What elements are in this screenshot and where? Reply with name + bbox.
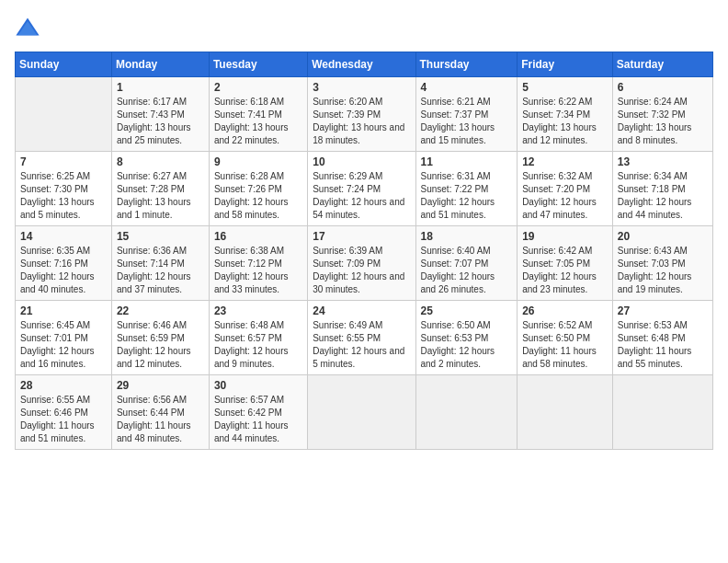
- sunset-label: Sunset: 7:24 PM: [313, 184, 381, 194]
- sunrise-label: Sunrise: 6:42 AM: [522, 246, 592, 256]
- daylight-label: Daylight: 12 hours and 5 minutes.: [313, 346, 404, 369]
- day-number: 28: [20, 379, 107, 392]
- logo-icon: [15, 15, 40, 40]
- sunrise-label: Sunrise: 6:24 AM: [618, 97, 688, 107]
- day-info: Sunrise: 6:32 AM Sunset: 7:20 PM Dayligh…: [522, 170, 608, 222]
- sunrise-label: Sunrise: 6:17 AM: [117, 97, 187, 107]
- sunrise-label: Sunrise: 6:22 AM: [522, 97, 592, 107]
- day-info: Sunrise: 6:42 AM Sunset: 7:05 PM Dayligh…: [522, 245, 608, 296]
- daylight-label: Daylight: 12 hours and 33 minutes.: [214, 271, 289, 294]
- day-number: 1: [117, 81, 204, 94]
- calendar-cell: 4 Sunrise: 6:21 AM Sunset: 7:37 PM Dayli…: [415, 77, 518, 152]
- sunset-label: Sunset: 7:28 PM: [117, 184, 185, 194]
- sunrise-label: Sunrise: 6:43 AM: [618, 246, 688, 256]
- calendar-cell: 24 Sunrise: 6:49 AM Sunset: 6:55 PM Dayl…: [308, 301, 415, 375]
- calendar-cell: [612, 375, 712, 450]
- day-number: 5: [522, 81, 608, 94]
- calendar-cell: 20 Sunrise: 6:43 AM Sunset: 7:03 PM Dayl…: [612, 226, 712, 301]
- day-info: Sunrise: 6:45 AM Sunset: 7:01 PM Dayligh…: [20, 319, 107, 371]
- day-info: Sunrise: 6:27 AM Sunset: 7:28 PM Dayligh…: [117, 170, 204, 222]
- daylight-label: Daylight: 13 hours and 15 minutes.: [421, 122, 495, 145]
- calendar-cell: 16 Sunrise: 6:38 AM Sunset: 7:12 PM Dayl…: [209, 226, 307, 301]
- day-number: 23: [214, 304, 302, 317]
- day-number: 20: [618, 230, 708, 243]
- calendar-cell: 14 Sunrise: 6:35 AM Sunset: 7:16 PM Dayl…: [16, 226, 112, 301]
- sunrise-label: Sunrise: 6:27 AM: [117, 171, 187, 181]
- calendar-cell: 18 Sunrise: 6:40 AM Sunset: 7:07 PM Dayl…: [415, 226, 518, 301]
- day-number: 27: [618, 304, 708, 317]
- day-info: Sunrise: 6:35 AM Sunset: 7:16 PM Dayligh…: [20, 245, 107, 296]
- sunrise-label: Sunrise: 6:40 AM: [421, 246, 491, 256]
- daylight-label: Daylight: 13 hours and 18 minutes.: [313, 122, 404, 145]
- calendar-cell: 6 Sunrise: 6:24 AM Sunset: 7:32 PM Dayli…: [612, 77, 712, 152]
- daylight-label: Daylight: 11 hours and 44 minutes.: [214, 420, 289, 443]
- day-header-sunday: Sunday: [16, 52, 112, 77]
- daylight-label: Daylight: 12 hours and 44 minutes.: [618, 197, 692, 220]
- calendar-cell: 15 Sunrise: 6:36 AM Sunset: 7:14 PM Dayl…: [111, 226, 209, 301]
- calendar-cell: 5 Sunrise: 6:22 AM Sunset: 7:34 PM Dayli…: [518, 77, 613, 152]
- calendar-cell: [308, 375, 415, 450]
- day-info: Sunrise: 6:56 AM Sunset: 6:44 PM Dayligh…: [117, 394, 204, 445]
- daylight-label: Daylight: 11 hours and 51 minutes.: [20, 420, 95, 443]
- day-info: Sunrise: 6:34 AM Sunset: 7:18 PM Dayligh…: [618, 170, 708, 222]
- calendar-cell: 29 Sunrise: 6:56 AM Sunset: 6:44 PM Dayl…: [111, 375, 209, 450]
- sunrise-label: Sunrise: 6:20 AM: [313, 97, 382, 107]
- sunset-label: Sunset: 7:30 PM: [20, 184, 88, 194]
- day-number: 21: [20, 304, 107, 317]
- sunset-label: Sunset: 7:32 PM: [618, 109, 686, 120]
- day-number: 3: [313, 81, 410, 94]
- day-info: Sunrise: 6:39 AM Sunset: 7:09 PM Dayligh…: [313, 245, 410, 296]
- day-number: 29: [117, 379, 204, 392]
- day-header-saturday: Saturday: [612, 52, 712, 77]
- calendar-cell: 11 Sunrise: 6:31 AM Sunset: 7:22 PM Dayl…: [415, 152, 518, 226]
- daylight-label: Daylight: 13 hours and 12 minutes.: [522, 122, 597, 145]
- calendar-cell: [518, 375, 613, 450]
- daylight-label: Daylight: 12 hours and 47 minutes.: [522, 197, 597, 220]
- sunrise-label: Sunrise: 6:57 AM: [214, 395, 284, 405]
- sunset-label: Sunset: 6:48 PM: [618, 333, 686, 343]
- calendar-cell: 26 Sunrise: 6:52 AM Sunset: 6:50 PM Dayl…: [518, 301, 613, 375]
- day-number: 6: [618, 81, 708, 94]
- calendar-table: SundayMondayTuesdayWednesdayThursdayFrid…: [15, 52, 713, 450]
- day-info: Sunrise: 6:43 AM Sunset: 7:03 PM Dayligh…: [618, 245, 708, 296]
- sunrise-label: Sunrise: 6:35 AM: [20, 246, 90, 256]
- daylight-label: Daylight: 11 hours and 55 minutes.: [618, 346, 692, 369]
- calendar-cell: 23 Sunrise: 6:48 AM Sunset: 6:57 PM Dayl…: [209, 301, 307, 375]
- sunset-label: Sunset: 7:03 PM: [618, 259, 686, 269]
- header-row: SundayMondayTuesdayWednesdayThursdayFrid…: [16, 52, 713, 77]
- sunset-label: Sunset: 7:20 PM: [522, 184, 590, 194]
- calendar-cell: [415, 375, 518, 450]
- daylight-label: Daylight: 12 hours and 30 minutes.: [313, 271, 404, 294]
- day-number: 25: [421, 304, 513, 317]
- day-number: 7: [20, 155, 107, 168]
- calendar-cell: 21 Sunrise: 6:45 AM Sunset: 7:01 PM Dayl…: [16, 301, 112, 375]
- day-number: 17: [313, 230, 410, 243]
- sunrise-label: Sunrise: 6:32 AM: [522, 171, 592, 181]
- daylight-label: Daylight: 12 hours and 12 minutes.: [117, 346, 191, 369]
- sunset-label: Sunset: 7:12 PM: [214, 259, 282, 269]
- sunrise-label: Sunrise: 6:25 AM: [20, 171, 90, 181]
- day-number: 30: [214, 379, 302, 392]
- daylight-label: Daylight: 12 hours and 2 minutes.: [421, 346, 495, 369]
- day-info: Sunrise: 6:17 AM Sunset: 7:43 PM Dayligh…: [117, 96, 204, 147]
- day-info: Sunrise: 6:50 AM Sunset: 6:53 PM Dayligh…: [421, 319, 513, 371]
- day-number: 10: [313, 155, 410, 168]
- daylight-label: Daylight: 12 hours and 19 minutes.: [618, 271, 692, 294]
- sunset-label: Sunset: 7:37 PM: [421, 109, 489, 120]
- calendar-cell: 7 Sunrise: 6:25 AM Sunset: 7:30 PM Dayli…: [16, 152, 112, 226]
- calendar-cell: 2 Sunrise: 6:18 AM Sunset: 7:41 PM Dayli…: [209, 77, 307, 152]
- calendar-week-4: 21 Sunrise: 6:45 AM Sunset: 7:01 PM Dayl…: [16, 301, 713, 375]
- sunrise-label: Sunrise: 6:38 AM: [214, 246, 284, 256]
- sunrise-label: Sunrise: 6:34 AM: [618, 171, 688, 181]
- day-info: Sunrise: 6:49 AM Sunset: 6:55 PM Dayligh…: [313, 319, 410, 371]
- sunrise-label: Sunrise: 6:29 AM: [313, 171, 382, 181]
- sunset-label: Sunset: 7:43 PM: [117, 109, 185, 120]
- sunset-label: Sunset: 6:59 PM: [117, 333, 185, 343]
- sunset-label: Sunset: 6:53 PM: [421, 333, 489, 343]
- day-info: Sunrise: 6:20 AM Sunset: 7:39 PM Dayligh…: [313, 96, 410, 147]
- sunrise-label: Sunrise: 6:55 AM: [20, 395, 90, 405]
- daylight-label: Daylight: 12 hours and 40 minutes.: [20, 271, 95, 294]
- sunset-label: Sunset: 6:57 PM: [214, 333, 282, 343]
- sunset-label: Sunset: 7:16 PM: [20, 259, 88, 269]
- calendar-week-3: 14 Sunrise: 6:35 AM Sunset: 7:16 PM Dayl…: [16, 226, 713, 301]
